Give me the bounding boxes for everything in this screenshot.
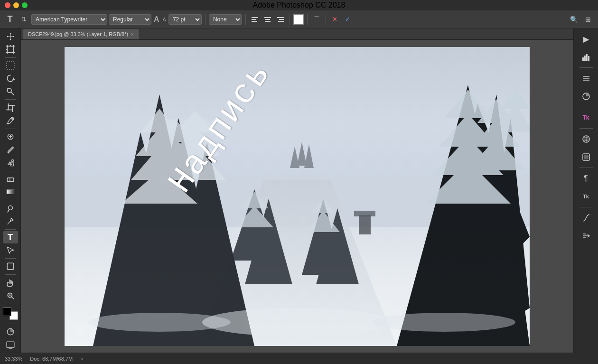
tool-separator-9 — [5, 304, 16, 304]
tool-zoom[interactable] — [3, 289, 18, 301]
svg-rect-8 — [278, 21, 284, 22]
tool-marquee[interactable] — [3, 59, 18, 71]
tool-screen-mode[interactable] — [3, 339, 18, 351]
svg-line-43 — [8, 210, 9, 212]
tool-path-selection[interactable] — [3, 244, 18, 256]
svg-rect-97 — [359, 215, 371, 234]
tool-separator-3 — [5, 129, 16, 129]
main-area: T — [0, 28, 598, 353]
scene-background — [65, 47, 530, 346]
panel-styles-btn[interactable] — [578, 149, 595, 166]
tool-text[interactable]: T — [3, 231, 18, 243]
status-arrow[interactable]: > — [80, 356, 83, 362]
tool-hand[interactable] — [3, 277, 18, 289]
font-style-dropdown[interactable]: Regular Bold Italic — [109, 14, 151, 25]
tool-clone-stamp[interactable] — [3, 157, 18, 168]
divider-2 — [245, 14, 246, 25]
right-panel: ▶ Tk — [573, 28, 598, 353]
tool-healing[interactable] — [3, 131, 18, 143]
close-tab-btn[interactable]: × — [131, 32, 134, 37]
align-right-btn[interactable] — [275, 14, 286, 25]
font-family-dropdown[interactable]: American Typewriter Arial Helvetica — [31, 14, 107, 25]
tool-gradient[interactable] — [3, 186, 18, 198]
tool-quick-mask[interactable] — [3, 326, 18, 338]
svg-point-95 — [88, 313, 231, 332]
svg-line-47 — [11, 297, 14, 299]
foreground-color[interactable] — [3, 308, 11, 316]
panel-play-btn[interactable]: ▶ — [578, 30, 595, 47]
warp-text-btn[interactable]: ⌒ — [311, 14, 322, 25]
panel-effects-btn[interactable] — [578, 131, 595, 148]
tool-eraser[interactable] — [3, 173, 18, 185]
svg-rect-100 — [584, 56, 586, 61]
cancel-btn[interactable]: ✕ — [329, 14, 341, 25]
right-separator-2 — [579, 107, 593, 107]
panel-adjustments-btn[interactable] — [578, 88, 595, 105]
svg-point-44 — [10, 218, 12, 219]
svg-point-42 — [8, 205, 12, 210]
panel-histogram-btn[interactable] — [578, 48, 595, 65]
svg-line-33 — [7, 123, 8, 124]
svg-rect-6 — [277, 17, 284, 18]
app-title: Adobe Photoshop CC 2018 — [253, 1, 346, 9]
tool-shape[interactable] — [3, 261, 18, 272]
divider-1 — [205, 14, 206, 25]
document-tab-bar: DSCF2949.jpg @ 33,3% (Layer 1, RGB/8*) × — [21, 28, 573, 40]
svg-rect-45 — [7, 263, 14, 270]
tool-dodge[interactable] — [3, 202, 18, 214]
search-btn[interactable]: 🔍 — [568, 13, 580, 26]
svg-rect-101 — [586, 54, 588, 61]
canvas-area: DSCF2949.jpg @ 33,3% (Layer 1, RGB/8*) × — [21, 28, 573, 353]
maximize-button[interactable] — [22, 2, 28, 8]
status-bar: 33,33% Doc: 68,7M/68,7M > — [0, 353, 598, 364]
tool-eyedropper[interactable] — [3, 115, 18, 127]
svg-rect-51 — [7, 342, 14, 347]
tool-separator-8 — [5, 274, 16, 275]
tool-move[interactable] — [3, 30, 18, 42]
tool-separator-7 — [5, 258, 16, 259]
svg-line-27 — [7, 88, 8, 89]
workspaces-btn[interactable]: ⊞ — [582, 13, 594, 26]
svg-rect-39 — [7, 178, 14, 182]
tool-pen[interactable] — [3, 215, 18, 227]
panel-properties-btn[interactable] — [578, 70, 595, 87]
svg-rect-111 — [584, 155, 589, 159]
panel-glyphs-btn[interactable]: Tk — [578, 188, 595, 205]
text-tool-icon[interactable]: T — [4, 13, 16, 26]
tool-separator-6 — [5, 229, 16, 230]
panel-typekit-btn[interactable]: Tk — [578, 109, 595, 126]
zoom-level: 33,33% — [5, 356, 22, 362]
font-size-icon-large: A — [154, 15, 159, 24]
svg-rect-1 — [252, 19, 256, 20]
svg-point-38 — [11, 159, 14, 162]
font-size-dropdown[interactable]: 72 pt 48 pt 36 pt 24 pt — [168, 14, 202, 25]
align-center-btn[interactable] — [262, 14, 273, 25]
aa-mode-dropdown[interactable]: None Sharp Crisp Strong Smooth — [209, 14, 242, 25]
panel-paragraph-btn[interactable]: ¶ — [578, 170, 595, 187]
text-color-swatch[interactable] — [293, 14, 304, 25]
tool-crop[interactable] — [3, 102, 18, 113]
traffic-lights — [5, 2, 28, 8]
tool-brush[interactable] — [3, 144, 18, 156]
document-tab[interactable]: DSCF2949.jpg @ 33,3% (Layer 1, RGB/8*) × — [23, 29, 139, 39]
svg-rect-7 — [279, 19, 284, 20]
left-toolbar: T — [0, 28, 21, 353]
color-swatches[interactable] — [3, 308, 18, 319]
panel-curves-btn[interactable] — [578, 209, 595, 226]
tool-separator-10 — [5, 324, 16, 324]
align-left-btn[interactable] — [249, 14, 261, 25]
tool-separator-2 — [5, 99, 16, 100]
tool-magic-wand[interactable] — [3, 85, 18, 97]
tool-lasso[interactable] — [3, 73, 18, 84]
commit-btn[interactable]: ✓ — [342, 14, 354, 25]
svg-rect-5 — [265, 21, 271, 22]
tool-artboard[interactable] — [3, 43, 18, 55]
canvas[interactable]: Надпись — [65, 47, 530, 346]
tool-separator-5 — [5, 200, 16, 200]
right-separator-3 — [579, 128, 593, 129]
panel-move2-btn[interactable] — [578, 227, 595, 244]
svg-rect-9 — [7, 46, 14, 53]
close-button[interactable] — [5, 2, 10, 8]
text-orientation-btn[interactable]: ⇅ — [18, 13, 30, 26]
minimize-button[interactable] — [13, 2, 19, 8]
